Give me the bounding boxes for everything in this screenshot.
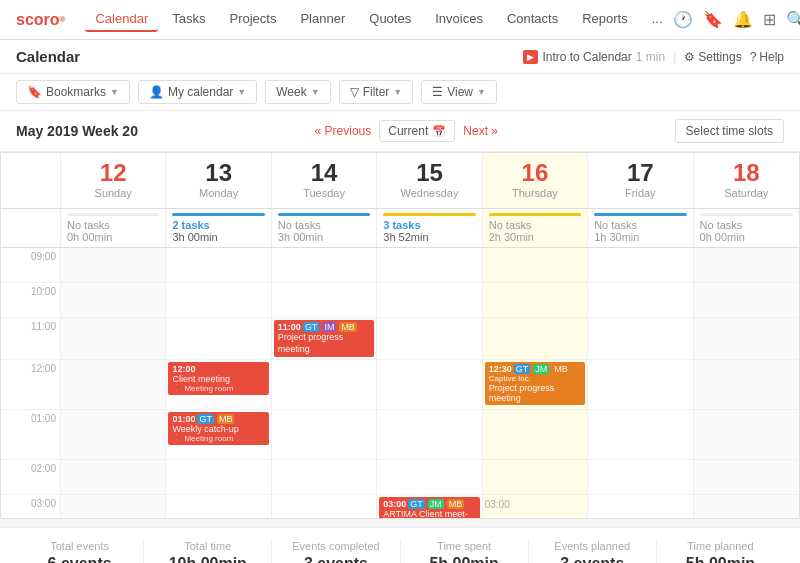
sunday-0200	[61, 460, 166, 494]
calendar-time-area[interactable]: 09:00 10:00 11:00	[1, 248, 799, 518]
calendar-icon: 📅	[432, 125, 446, 138]
event-artima[interactable]: 03:00 GT JM MB ARTIMA Client meet-up	[379, 497, 479, 518]
event-client-meeting[interactable]: 12:00 Client meeting 📍 Meeting room	[168, 362, 268, 395]
thursday-1200: 12:30 GT JM MB Captive Inc. Project prog…	[483, 360, 588, 409]
sunday-1100	[61, 318, 166, 359]
bookmark-icon[interactable]: 🔖	[703, 10, 723, 29]
time-label-1200: 12:00	[1, 360, 61, 409]
time-label-0200: 02:00	[1, 460, 61, 494]
saturday-bar	[700, 213, 793, 216]
time-label-1100: 11:00	[1, 318, 61, 359]
wednesday-0300: 03:00 GT JM MB ARTIMA Client meet-up	[377, 495, 482, 518]
event-weekly-catchup[interactable]: 01:00 GT MB Weekly catch-up 📍 Meeting ro…	[168, 412, 268, 445]
saturday-1200	[694, 360, 799, 409]
bell-icon[interactable]: 🔔	[733, 10, 753, 29]
time-label-0300: 03:00	[1, 495, 61, 518]
wednesday-name: Wednesday	[383, 187, 475, 199]
monday-0300	[166, 495, 271, 518]
tuesday-1000	[272, 283, 377, 317]
thursday-bar	[489, 213, 581, 216]
logo[interactable]: scoro®	[16, 11, 65, 29]
stat-total-events: Total events 6 events	[16, 540, 144, 563]
nav-invoices[interactable]: Invoices	[425, 7, 493, 32]
nav-tasks[interactable]: Tasks	[162, 7, 215, 32]
my-calendar-button[interactable]: 👤 My calendar ▼	[138, 80, 257, 104]
saturday-0900	[694, 248, 799, 282]
wednesday-bar	[383, 213, 475, 216]
next-week-button[interactable]: Next »	[463, 124, 498, 138]
stat-total-time: Total time 10h 00min	[144, 540, 272, 563]
day-header-wednesday: 15 Wednesday	[377, 153, 482, 208]
time-row-0200: 02:00	[1, 460, 799, 495]
nav-more[interactable]: ...	[642, 7, 673, 32]
view-icon: ☰	[432, 85, 443, 99]
thursday-1100	[483, 318, 588, 359]
filter-button[interactable]: ▽ Filter ▼	[339, 80, 414, 104]
select-time-slots-button[interactable]: Select time slots	[675, 119, 784, 143]
time-header-empty	[1, 153, 61, 208]
thursday-0300: 03:00	[483, 495, 588, 518]
saturday-0300	[694, 495, 799, 518]
video-icon: ▶	[523, 50, 538, 64]
day-header-thursday: 16 Thursday	[483, 153, 588, 208]
grid-icon[interactable]: ⊞	[763, 10, 776, 29]
tuesday-1200	[272, 360, 377, 409]
pin-icon: 📍	[172, 384, 182, 393]
sunday-1200	[61, 360, 166, 409]
monday-1000	[166, 283, 271, 317]
tuesday-0100	[272, 410, 377, 459]
week-navigation: May 2019 Week 20 « Previous Current 📅 Ne…	[0, 111, 800, 152]
nav-reports[interactable]: Reports	[572, 7, 638, 32]
time-label-1000: 10:00	[1, 283, 61, 317]
tuesday-num: 14	[278, 159, 370, 187]
search-icon[interactable]: 🔍	[786, 10, 800, 29]
current-week-button[interactable]: Current 📅	[379, 120, 455, 142]
thursday-name: Thursday	[489, 187, 581, 199]
nav-contacts[interactable]: Contacts	[497, 7, 568, 32]
settings-link[interactable]: ⚙ Settings	[684, 50, 741, 64]
chevron-icon: ▼	[110, 87, 119, 97]
video-link[interactable]: ▶ Intro to Calendar 1 min	[523, 50, 665, 64]
prev-week-button[interactable]: « Previous	[315, 124, 372, 138]
page-title: Calendar	[16, 48, 80, 65]
tuesday-0300	[272, 495, 377, 518]
chevron-icon3: ▼	[311, 87, 320, 97]
chevron-icon2: ▼	[237, 87, 246, 97]
friday-0100	[588, 410, 693, 459]
friday-1000	[588, 283, 693, 317]
nav-quotes[interactable]: Quotes	[359, 7, 421, 32]
nav-projects[interactable]: Projects	[219, 7, 286, 32]
monday-1200: 12:00 Client meeting 📍 Meeting room	[166, 360, 271, 409]
sunday-1000	[61, 283, 166, 317]
wednesday-1000	[377, 283, 482, 317]
day-header-saturday: 18 Saturday	[694, 153, 799, 208]
calendar-toolbar: 🔖 Bookmarks ▼ 👤 My calendar ▼ Week ▼ ▽ F…	[0, 74, 800, 111]
event-captive-inc[interactable]: 12:30 GT JM MB Captive Inc. Project prog…	[485, 362, 585, 405]
friday-1100	[588, 318, 693, 359]
wednesday-1100	[377, 318, 482, 359]
view-button[interactable]: ☰ View ▼	[421, 80, 497, 104]
tuesday-name: Tuesday	[278, 187, 370, 199]
time-row-0100: 01:00 01:00 GT MB Weekly catch-up 📍 Meet…	[1, 410, 799, 460]
tuesday-0200	[272, 460, 377, 494]
week-button[interactable]: Week ▼	[265, 80, 330, 104]
nav-planner[interactable]: Planner	[290, 7, 355, 32]
friday-0300	[588, 495, 693, 518]
bookmark-icon: 🔖	[27, 85, 42, 99]
help-link[interactable]: ? Help	[750, 50, 784, 64]
wednesday-tasks: 3 tasks 3h 52min	[377, 209, 482, 247]
nav-calendar[interactable]: Calendar	[85, 7, 158, 32]
tuesday-bar	[278, 213, 370, 216]
saturday-num: 18	[700, 159, 793, 187]
thursday-1000	[483, 283, 588, 317]
wednesday-0200	[377, 460, 482, 494]
monday-0100: 01:00 GT MB Weekly catch-up 📍 Meeting ro…	[166, 410, 271, 459]
clock-icon[interactable]: 🕐	[673, 10, 693, 29]
settings-icon: ⚙	[684, 50, 695, 64]
event-project-progress[interactable]: 11:00 GT IM MB Project progress meeting	[274, 320, 374, 357]
bookmarks-button[interactable]: 🔖 Bookmarks ▼	[16, 80, 130, 104]
saturday-0100	[694, 410, 799, 459]
time-row-1000: 10:00	[1, 283, 799, 318]
pin-icon2: 📍	[172, 434, 182, 443]
video-label: Intro to Calendar	[542, 50, 631, 64]
